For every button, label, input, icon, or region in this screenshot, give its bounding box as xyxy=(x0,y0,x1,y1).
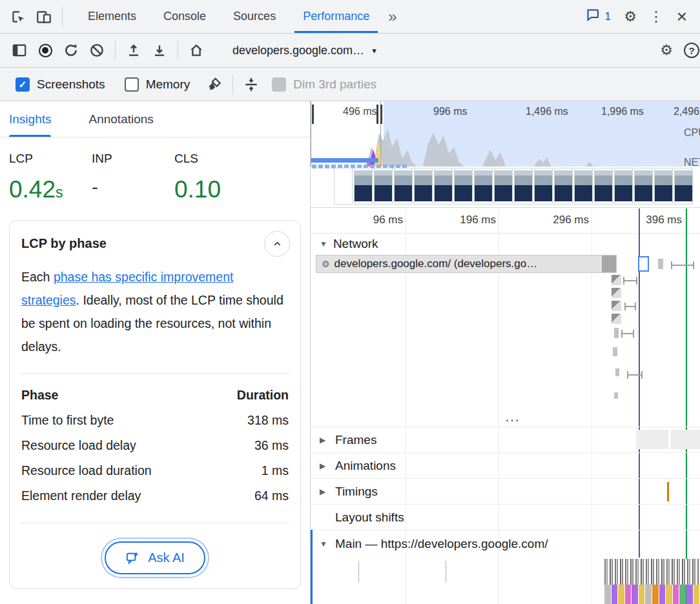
screenshot-thumbnail[interactable] xyxy=(574,168,593,205)
ask-ai-label: Ask AI xyxy=(148,550,185,565)
network-request-item[interactable] xyxy=(612,301,621,311)
screenshots-checkbox[interactable]: ✓ Screenshots xyxy=(15,77,105,92)
tab-elements[interactable]: Elements xyxy=(74,0,150,33)
network-request-label: developers.google.com/ (developers.go… xyxy=(335,257,538,270)
flame-chart-categories[interactable] xyxy=(604,585,699,604)
phase-duration: 64 ms xyxy=(254,488,289,503)
flame-chart-activity[interactable] xyxy=(604,559,699,585)
triangle-expanded-icon: ▼ xyxy=(320,239,327,248)
tab-console[interactable]: Console xyxy=(150,0,220,33)
screenshot-thumbnail[interactable] xyxy=(454,168,473,205)
network-request-item[interactable] xyxy=(612,288,621,298)
network-request-item[interactable] xyxy=(612,314,621,324)
ruler-time-label: 196 ms xyxy=(451,214,496,226)
window-left-handle[interactable] xyxy=(311,105,314,124)
capture-settings-gear-icon[interactable]: ⚙ xyxy=(654,37,679,63)
ruler-time-label: 96 ms xyxy=(358,214,403,226)
screenshot-thumbnail[interactable] xyxy=(674,168,693,205)
network-request-whisker xyxy=(671,261,694,269)
screenshot-thumbnail[interactable] xyxy=(354,168,373,205)
request-bar-cap xyxy=(602,256,616,273)
more-options-icon[interactable]: ⋮ xyxy=(643,4,669,30)
metric-label: LCP xyxy=(9,152,92,166)
insights-sidebar: Insights Annotations LCP 0.42s INP - CLS… xyxy=(0,101,311,604)
save-profile-icon[interactable] xyxy=(147,37,172,63)
network-request-bar[interactable]: ⚙ developers.google.com/ (developers.go… xyxy=(316,255,617,273)
network-request-item[interactable] xyxy=(615,368,619,376)
network-request-item[interactable] xyxy=(614,328,619,338)
animations-track[interactable]: ▶ Animations xyxy=(311,452,700,478)
toggle-sidebar-icon[interactable] xyxy=(6,37,32,63)
console-messages-button[interactable]: 1 xyxy=(579,7,617,26)
screenshot-thumbnail[interactable] xyxy=(594,168,613,205)
collect-garbage-icon[interactable] xyxy=(201,72,227,97)
timings-track-label: Timings xyxy=(335,485,378,499)
frame-thumbnail[interactable] xyxy=(671,430,700,449)
history-dropdown[interactable]: developers.google.com… ▾ xyxy=(226,40,383,61)
screenshot-thumbnail[interactable] xyxy=(474,168,493,205)
table-row: Element render delay 64 ms xyxy=(20,483,290,508)
network-request-whisker xyxy=(621,330,634,337)
metric-label: CLS xyxy=(174,152,257,166)
table-row: Time to first byte 318 ms xyxy=(20,408,290,433)
screenshot-thumbnail[interactable] xyxy=(654,168,673,205)
separator xyxy=(62,7,63,26)
window-right-handle[interactable] xyxy=(376,105,382,124)
overview-time-label: 1,996 ms xyxy=(601,106,644,117)
screenshot-thumbnail[interactable] xyxy=(394,168,413,205)
device-toolbar-icon[interactable] xyxy=(31,4,57,30)
inspect-element-icon[interactable] xyxy=(5,4,31,30)
tab-insights[interactable]: Insights xyxy=(9,101,51,137)
phase-table: Phase Duration Time to first byte 318 ms… xyxy=(20,383,290,508)
frame-thumbnail[interactable] xyxy=(636,430,668,449)
screenshot-thumbnail[interactable] xyxy=(554,168,573,205)
collapse-card-button[interactable] xyxy=(264,231,290,257)
network-request-selected[interactable] xyxy=(638,256,649,272)
screenshot-thumbnail[interactable] xyxy=(634,168,653,205)
screenshot-thumbnail[interactable] xyxy=(334,168,353,205)
clear-recording-icon[interactable] xyxy=(84,37,110,63)
separator xyxy=(232,75,233,94)
more-tabs-icon[interactable]: » xyxy=(383,8,402,26)
memory-checkbox[interactable]: Memory xyxy=(125,77,190,92)
performance-options-bar: ✓ Screenshots Memory Dim 3rd parties xyxy=(0,68,700,101)
ask-ai-button[interactable]: Ask AI xyxy=(105,541,205,574)
screenshot-thumbnail[interactable] xyxy=(534,168,553,205)
layout-shifts-track-label: Layout shifts xyxy=(335,510,404,525)
network-request-item[interactable] xyxy=(612,275,621,285)
help-icon[interactable]: ? xyxy=(679,38,700,63)
gear-icon: ⚙ xyxy=(322,259,330,269)
home-icon[interactable] xyxy=(183,37,209,63)
timing-marker[interactable] xyxy=(667,482,669,501)
screenshot-filmstrip[interactable] xyxy=(334,168,693,205)
close-devtools-icon[interactable]: × xyxy=(669,4,695,30)
network-track-header[interactable]: ▼ Network xyxy=(320,237,378,251)
network-request-item[interactable] xyxy=(613,347,617,356)
overview-time-label: 996 ms xyxy=(433,106,467,117)
main-thread-track[interactable]: ▼ Main — https://developers.google.com/ xyxy=(311,530,700,558)
screenshot-thumbnail[interactable] xyxy=(514,168,533,205)
collapse-rows-icon[interactable] xyxy=(238,72,264,97)
metric-inp: INP - xyxy=(92,152,174,203)
timings-track[interactable]: ▶ Timings xyxy=(311,478,700,504)
track-resize-handle-icon[interactable]: … xyxy=(504,408,521,424)
tab-sources[interactable]: Sources xyxy=(220,0,289,33)
reload-and-record-icon[interactable] xyxy=(58,37,84,63)
timeline-overview[interactable]: 496 ms 996 ms 1,496 ms 1,996 ms 2,496 ms… xyxy=(311,101,700,208)
screenshot-thumbnail[interactable] xyxy=(374,168,393,205)
overview-time-label: 2,496 ms xyxy=(674,106,700,117)
layout-shifts-track[interactable]: Layout shifts xyxy=(311,504,700,530)
metric-unit: s xyxy=(56,184,63,201)
settings-gear-icon[interactable]: ⚙ xyxy=(617,4,643,30)
network-request-item[interactable] xyxy=(614,392,618,399)
load-profile-icon[interactable] xyxy=(121,37,147,63)
screenshot-thumbnail[interactable] xyxy=(614,168,633,205)
record-button[interactable] xyxy=(32,37,58,63)
screenshot-thumbnail[interactable] xyxy=(494,168,513,205)
message-bubble-icon xyxy=(585,7,601,26)
network-request-item[interactable] xyxy=(658,259,663,269)
screenshot-thumbnail[interactable] xyxy=(434,168,453,205)
tab-performance[interactable]: Performance xyxy=(289,0,383,33)
screenshot-thumbnail[interactable] xyxy=(414,168,433,205)
tab-annotations[interactable]: Annotations xyxy=(88,101,153,137)
